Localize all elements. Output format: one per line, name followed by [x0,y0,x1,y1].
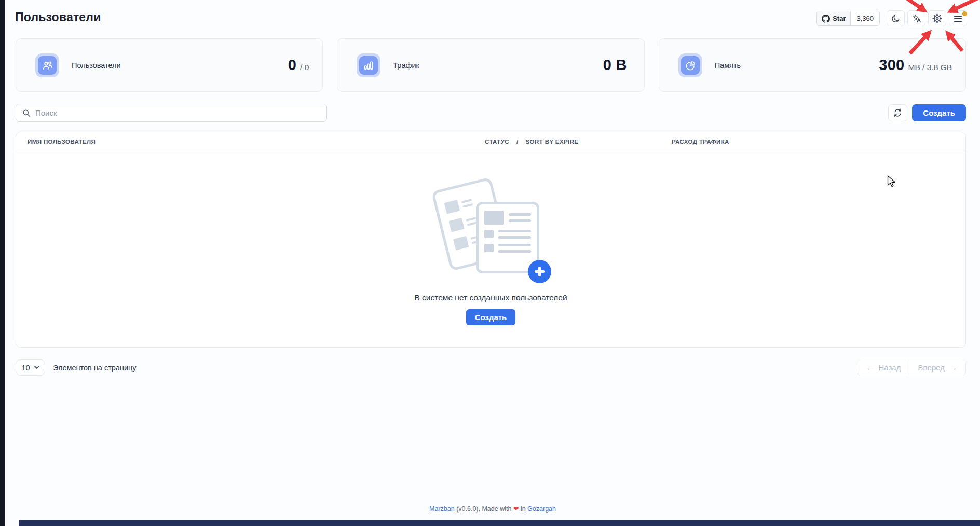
moon-icon [891,14,900,23]
github-star-count[interactable]: 3,360 [851,11,879,25]
github-star-button[interactable]: Star [817,11,851,25]
table-header-row: ИМЯ ПОЛЬЗОВАТЕЛЯ СТАТУС / SORT BY EXPIRE… [16,132,965,151]
language-button[interactable] [907,10,925,26]
github-star-widget[interactable]: Star 3,360 [816,11,880,26]
marzban-link[interactable]: Marzban [429,505,455,513]
create-button[interactable]: Создать [912,104,966,121]
stat-value: 0 B [603,57,631,74]
empty-state-message: В системе нет созданных пользователей [414,293,567,302]
document-front-graphic [476,202,539,273]
bottom-edge-strip [19,520,980,526]
marzban-users-page: Пользователи Star 3,360 [0,0,980,526]
footer-in: in [521,505,527,513]
refresh-button[interactable] [888,104,907,121]
github-octocat-icon [822,15,830,23]
column-header-sort-by-expire[interactable]: SORT BY EXPIRE [526,132,579,151]
pagination-row: 10 Элементов на страницу ← Назад Вперед … [16,359,966,376]
translate-icon [912,14,921,23]
settings-button[interactable] [928,10,946,26]
search-box[interactable] [16,104,327,122]
left-arrow-icon: ← [866,363,874,372]
footer-text: (v0.6.0), Made with [456,505,513,513]
users-table: ИМЯ ПОЛЬЗОВАТЕЛЯ СТАТУС / SORT BY EXPIRE… [16,132,966,348]
empty-state-create-button[interactable]: Создать [466,309,516,325]
page-title: Пользователи [15,10,101,24]
chevron-down-icon [34,366,39,369]
column-header-traffic-usage[interactable]: РАСХОД ТРАФИКА [672,132,729,151]
stat-label: Трафик [393,61,419,70]
plus-icon [535,267,545,276]
notification-dot [962,11,967,16]
gear-icon [932,13,942,23]
page-size-select[interactable]: 10 [16,359,45,376]
add-user-fab[interactable] [528,260,551,283]
stat-value: 0 / 0 [288,57,309,74]
stat-value: 300 MB / 3.8 GB [879,57,952,74]
refresh-icon [893,108,902,117]
app-content: Пользователи Star 3,360 [5,0,980,526]
column-header-separator: / [516,132,519,151]
stat-card-traffic: Трафик 0 B [337,38,644,92]
traffic-icon [363,60,374,71]
topbar: Пользователи Star 3,360 [5,0,980,26]
column-header-username[interactable]: ИМЯ ПОЛЬЗОВАТЕЛЯ [28,132,96,151]
heart-icon: ❤ [513,505,519,513]
memory-icon [685,60,696,71]
hamburger-icon [954,16,962,22]
page-size-value: 10 [21,364,30,372]
left-edge-strip [0,0,5,526]
column-header-status[interactable]: СТАТУС [485,132,509,151]
prev-page-button[interactable]: ← Назад [857,359,909,376]
empty-state-illustration [430,181,552,280]
right-arrow-icon: → [949,363,957,372]
stat-card-memory: Память 300 MB / 3.8 GB [659,38,966,92]
stat-card-users: Пользователи 0 / 0 [16,38,323,92]
page-size-label: Элементов на страницу [53,364,137,372]
toolbar: Создать [5,92,980,122]
search-icon [22,109,31,117]
stat-label: Память [715,61,741,70]
topbar-controls: Star 3,360 [816,10,967,26]
search-input[interactable] [35,108,320,117]
gozargah-link[interactable]: Gozargah [527,505,556,513]
column-header-status-sort[interactable]: СТАТУС / SORT BY EXPIRE [485,132,578,151]
users-icon [42,60,52,71]
stat-label: Пользователи [72,61,121,70]
github-star-label: Star [833,15,846,22]
dark-mode-button[interactable] [887,10,905,26]
table-empty-state: В системе нет созданных пользователей Со… [16,151,965,325]
stats-row: Пользователи 0 / 0 Трафик 0 B [5,26,980,92]
next-page-button[interactable]: Вперед → [909,359,965,376]
pagination-nav: ← Назад Вперед → [857,359,966,376]
footer: Marzban (v0.6.0), Made with ❤ in Gozarga… [5,505,980,513]
